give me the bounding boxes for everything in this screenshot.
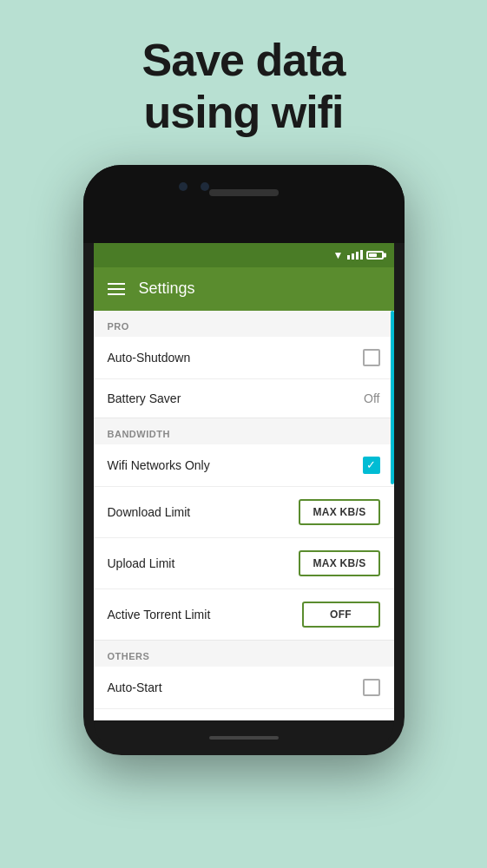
phone-bottom (94, 720, 394, 755)
status-bar: ▼ (94, 243, 394, 267)
settings-group-pro: Auto-Shutdown Battery Saver Off (94, 337, 394, 418)
section-header-pro: PRO (94, 311, 394, 337)
row-upload-limit[interactable]: Upload Limit MAX KB/S (94, 538, 394, 589)
row-auto-start[interactable]: Auto-Start (94, 667, 394, 709)
wifi-networks-checkbox[interactable]: ✓ (363, 457, 380, 474)
battery-saver-label: Battery Saver (108, 391, 181, 405)
section-others: OTHERS Auto-Start Default Download Folde… (94, 641, 394, 720)
row-download-limit[interactable]: Download Limit MAX KB/S (94, 487, 394, 538)
hero-section: Save data using wifi (142, 35, 346, 139)
camera-dot-right (201, 182, 209, 191)
download-limit-label: Download Limit (108, 505, 191, 519)
scroll-indicator[interactable] (391, 311, 394, 484)
row-auto-shutdown[interactable]: Auto-Shutdown (94, 337, 394, 379)
wifi-networks-label: Wifi Networks Only (108, 458, 210, 472)
section-header-others: OTHERS (94, 641, 394, 667)
active-torrent-button[interactable]: OFF (302, 602, 380, 628)
row-battery-saver[interactable]: Battery Saver Off (94, 379, 394, 418)
auto-start-label: Auto-Start (108, 681, 162, 694)
battery-icon (366, 251, 384, 260)
wifi-icon: ▼ (333, 249, 344, 261)
status-icons: ▼ (333, 249, 384, 261)
active-torrent-label: Active Torrent Limit (108, 608, 211, 621)
download-limit-button[interactable]: MAX KB/S (299, 499, 379, 525)
row-wifi-networks[interactable]: Wifi Networks Only ✓ (94, 444, 394, 487)
auto-shutdown-label: Auto-Shutdown (108, 351, 191, 365)
auto-shutdown-checkbox[interactable] (363, 349, 380, 366)
phone-top-bar (83, 165, 405, 243)
upload-limit-button[interactable]: MAX KB/S (299, 550, 379, 576)
section-pro: PRO Auto-Shutdown Battery Saver Off (94, 311, 394, 418)
row-active-torrent[interactable]: Active Torrent Limit OFF (94, 589, 394, 640)
auto-start-checkbox[interactable] (363, 679, 380, 696)
battery-saver-value: Off (364, 391, 379, 405)
content-area: PRO Auto-Shutdown Battery Saver Off BAND… (94, 311, 394, 720)
phone-wrapper: ▼ Settings PRO (83, 165, 405, 755)
row-default-folder[interactable]: Default Download Folder CHANGE (94, 709, 394, 720)
signal-icon (347, 250, 363, 260)
settings-group-others: Auto-Start Default Download Folder CHANG… (94, 667, 394, 720)
app-bar-title: Settings (139, 279, 195, 298)
hamburger-menu-icon[interactable] (108, 283, 125, 295)
hero-title: Save data using wifi (142, 35, 346, 139)
phone-speaker (209, 189, 279, 196)
settings-group-bandwidth: Wifi Networks Only ✓ Download Limit MAX … (94, 444, 394, 641)
camera-dot-left (179, 182, 188, 191)
section-header-bandwidth: BANDWIDTH (94, 418, 394, 444)
section-bandwidth: BANDWIDTH Wifi Networks Only ✓ Download … (94, 418, 394, 641)
upload-limit-label: Upload Limit (108, 556, 175, 570)
home-indicator (209, 736, 279, 740)
app-bar: Settings (94, 267, 394, 311)
